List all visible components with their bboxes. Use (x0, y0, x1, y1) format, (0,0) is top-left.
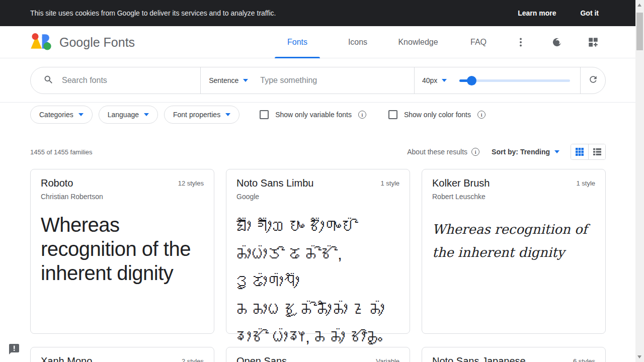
search-icon (43, 74, 54, 87)
more-menu-icon[interactable] (515, 36, 527, 48)
tab-knowledge[interactable]: Knowledge (388, 26, 448, 58)
preview-text-input[interactable] (260, 76, 414, 85)
section-divider (0, 102, 635, 103)
google-fonts-logo-icon (30, 33, 52, 52)
search-input[interactable] (62, 76, 200, 85)
styles-count: 12 styles (178, 177, 204, 187)
view-selected-families-icon[interactable] (587, 36, 599, 48)
cookie-message: This site uses cookies from Google to de… (30, 9, 276, 17)
color-fonts-checkbox[interactable] (388, 110, 397, 119)
font-size-section: 40px (415, 67, 580, 94)
font-title[interactable]: Open Sans (236, 355, 287, 362)
color-fonts-checkbox-group: Show only color fonts i (388, 110, 486, 119)
google-fonts-logo[interactable]: Google Fonts (30, 26, 135, 58)
font-card-xanh-mono[interactable]: Xanh Mono 2 styles (30, 347, 214, 362)
font-title[interactable]: Noto Sans Limbu (236, 177, 313, 189)
font-card-noto-sans-japanese[interactable]: Noto Sans Japanese 6 styles (422, 347, 606, 362)
tab-faq[interactable]: FAQ (448, 26, 509, 58)
result-count: 1455 of 1455 families (30, 148, 93, 156)
scroll-up-arrow-icon[interactable] (637, 4, 641, 7)
font-title[interactable]: Roboto (41, 177, 73, 189)
styles-count: Variable (376, 355, 399, 362)
font-properties-filter-chip[interactable]: Font properties (164, 106, 239, 124)
primary-nav: Fonts Icons Knowledge FAQ (267, 26, 509, 58)
font-title[interactable]: Xanh Mono (41, 355, 92, 362)
results-bar: 1455 of 1455 families About these result… (30, 144, 606, 160)
font-designer: Robert Leuschke (432, 193, 595, 201)
font-sample-text: ᤀ᤺ᤣᤠ ᤈ᤺ᤥ᤹ᤑᤎᤴ ᤃ᤺ᤥ᤹ᤛᤴᤎ᤺ᤡ ᤌ᤺ᤣᤐ᤺ᤣᤍᤡ ᤒᤌ᤺ᤡᤃ᤺ᤡ,… (236, 213, 399, 351)
preview-mode-dropdown[interactable]: Sentence (209, 76, 248, 84)
font-title[interactable]: Noto Sans Japanese (432, 355, 526, 362)
search-toolbar: Sentence 40px (30, 67, 606, 94)
tab-fonts[interactable]: Fonts (267, 26, 328, 58)
scroll-down-arrow-icon[interactable] (637, 355, 641, 358)
logo-wordmark: Google Fonts (59, 35, 135, 50)
chevron-down-icon (442, 79, 447, 82)
dark-mode-toggle-icon[interactable] (551, 36, 563, 48)
preview-text-section: Sentence (201, 67, 414, 94)
google-fonts-page: This site uses cookies from Google to de… (0, 0, 644, 362)
font-title[interactable]: Kolker Brush (432, 177, 490, 189)
header-icons (515, 26, 599, 58)
font-sample-text: Whereas recognition of the inherent dign… (432, 218, 595, 264)
sort-by-dropdown[interactable]: Sort by: Trending (492, 148, 559, 156)
list-view-button[interactable] (588, 144, 605, 159)
header: Google Fonts Fonts Icons Knowledge FAQ (0, 26, 635, 58)
info-icon[interactable]: i (358, 111, 366, 119)
tab-icons[interactable]: Icons (328, 26, 388, 58)
view-toggle (571, 144, 606, 160)
chevron-down-icon (78, 113, 84, 116)
info-icon: i (471, 148, 479, 156)
font-card-kolker-brush[interactable]: Kolker Brush 1 style Robert Leuschke Whe… (422, 169, 606, 334)
variable-fonts-checkbox[interactable] (260, 110, 269, 119)
got-it-button[interactable]: Got it (580, 9, 599, 17)
chevron-down-icon (144, 113, 149, 116)
variable-fonts-checkbox-group: Show only variable fonts i (260, 110, 366, 119)
styles-count: 1 style (380, 177, 399, 187)
feedback-button[interactable] (8, 344, 20, 355)
font-card-noto-sans-limbu[interactable]: Noto Sans Limbu 1 style Google ᤀ᤺ᤣᤠ ᤈ᤺ᤥ᤹… (226, 169, 410, 334)
font-size-slider[interactable] (459, 75, 570, 85)
font-size-dropdown[interactable]: 40px (422, 76, 447, 84)
chevron-down-icon (554, 150, 559, 153)
grid-view-button[interactable] (571, 144, 588, 159)
font-designer: Christian Robertson (41, 193, 204, 201)
chevron-down-icon (243, 79, 248, 82)
about-these-results[interactable]: About these results i (407, 148, 479, 156)
font-cards-row-partial: Xanh Mono 2 styles Open Sans Variable No… (30, 347, 606, 362)
slider-thumb[interactable] (467, 76, 476, 85)
font-designer: Google (236, 193, 399, 201)
filter-bar: Categories Language Font properties Show… (30, 106, 486, 124)
styles-count: 1 style (576, 177, 595, 187)
font-search-section (31, 67, 200, 94)
cookie-banner: This site uses cookies from Google to de… (0, 0, 635, 26)
font-cards-row: Roboto 12 styles Christian Robertson Whe… (30, 169, 606, 334)
scrollbar-thumb[interactable] (636, 13, 643, 50)
cookie-actions: Learn more Got it (518, 9, 599, 17)
reset-preview-button[interactable] (581, 67, 605, 94)
font-card-open-sans[interactable]: Open Sans Variable (226, 347, 410, 362)
categories-filter-chip[interactable]: Categories (30, 106, 93, 124)
refresh-icon (588, 74, 598, 86)
language-filter-chip[interactable]: Language (99, 106, 158, 124)
styles-count: 2 styles (182, 355, 204, 362)
styles-count: 6 styles (573, 355, 595, 362)
vertical-scrollbar[interactable] (635, 0, 644, 362)
chevron-down-icon (225, 113, 230, 116)
font-sample-text: Whereas recognition of the inherent dign… (41, 213, 204, 285)
learn-more-button[interactable]: Learn more (518, 9, 556, 17)
font-card-roboto[interactable]: Roboto 12 styles Christian Robertson Whe… (30, 169, 214, 334)
info-icon[interactable]: i (477, 111, 486, 119)
